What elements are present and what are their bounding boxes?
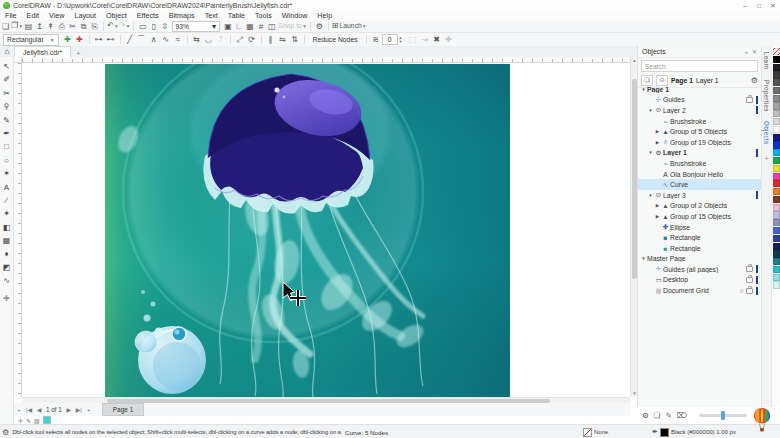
objects-tree-row[interactable]: ▼⊙Layer 1 <box>638 148 761 159</box>
options-button[interactable]: ⚙ <box>314 21 325 32</box>
lock-icon[interactable] <box>746 266 753 272</box>
eyedropper-tool[interactable]: ⬧ <box>0 247 13 260</box>
jellyfish-artwork[interactable] <box>105 64 510 397</box>
palette-swatch[interactable] <box>773 235 780 242</box>
caret-right-icon[interactable]: ▶ <box>654 214 661 219</box>
interactive-effects-tool[interactable]: ✦ <box>0 207 13 220</box>
caret-down-icon[interactable]: ▼ <box>647 108 654 113</box>
smooth-node-button[interactable]: ∿ <box>160 35 172 44</box>
text-tool[interactable]: A <box>0 181 13 194</box>
caret-down-icon[interactable]: ▼ <box>640 256 647 261</box>
objects-tree-row[interactable]: ▭Desktop <box>638 275 761 286</box>
docker-tab-properties[interactable]: Properties <box>763 80 770 112</box>
home-icon[interactable]: ⌂ <box>0 47 14 57</box>
zoom-to-page-button[interactable]: ▭ <box>137 21 148 32</box>
vertical-ruler[interactable] <box>14 63 22 397</box>
cut-button[interactable]: ✂ <box>67 21 78 32</box>
objects-tree-row[interactable]: ▶⋔Group of 19 Objects <box>638 137 761 148</box>
minimize-button[interactable]: – <box>738 2 752 10</box>
align-nodes-button[interactable]: ∥ <box>265 35 277 44</box>
new-document-button[interactable]: ❏ <box>0 21 11 32</box>
lock-icon[interactable] <box>746 277 753 283</box>
menu-item-tools[interactable]: Tools <box>250 11 277 20</box>
menu-item-help[interactable]: Help <box>312 11 337 20</box>
shape-tool[interactable]: ✐ <box>0 73 13 86</box>
zoom-level-combobox[interactable]: 93%▼ <box>172 21 220 32</box>
lock-icon[interactable] <box>746 288 753 294</box>
palette-swatch[interactable] <box>773 134 780 141</box>
new-layer-button[interactable]: ❏ <box>654 411 661 420</box>
menu-item-bitmaps[interactable]: Bitmaps <box>164 11 200 20</box>
polygon-tool[interactable]: ✶ <box>0 167 13 180</box>
objects-tree-row[interactable]: ▼Page 1 <box>638 84 761 95</box>
palette-swatch[interactable] <box>773 204 780 211</box>
palette-swatch[interactable] <box>773 95 780 102</box>
convert-to-curve-button[interactable]: ⌒ <box>136 34 148 45</box>
objects-tree-row[interactable]: ≈Brushstroke <box>638 116 761 127</box>
symmetrical-node-button[interactable]: ≈ <box>172 35 184 44</box>
add-page-button-right[interactable]: + <box>84 407 94 413</box>
copy-button[interactable]: ⧉ <box>78 21 89 32</box>
vertical-scrollbar[interactable]: ▲ ▼ <box>630 57 637 397</box>
selection-mode-combobox[interactable]: Rectangular▼ <box>3 34 59 46</box>
zoom-slider-thumb[interactable] <box>721 411 725 420</box>
document-tab[interactable]: Jellyfish.cdr* <box>14 46 71 57</box>
add-page-button[interactable]: + <box>14 407 24 413</box>
reverse-direction-button[interactable]: ⇆ <box>191 35 203 44</box>
palette-swatch[interactable] <box>773 102 780 109</box>
reduce-nodes-button[interactable]: Reduce Nodes <box>308 34 363 46</box>
bezier-handles-button[interactable]: ✖ <box>431 35 443 44</box>
menu-item-object[interactable]: Object <box>101 11 132 20</box>
palette-swatch[interactable] <box>773 110 780 117</box>
break-curve-button[interactable]: ⊷ <box>105 35 117 44</box>
objects-tree-row[interactable]: ▶▲Group of 5 Objects <box>638 126 761 137</box>
menu-item-effects[interactable]: Effects <box>132 11 164 20</box>
caret-down-icon[interactable]: ▼ <box>647 150 654 155</box>
full-screen-preview-button[interactable]: ▣ <box>222 21 233 32</box>
objects-tree-row[interactable]: ✛Guides (all pages) <box>638 264 761 275</box>
smoothness-stepper[interactable]: ▲▼ <box>399 36 403 44</box>
palette-swatch[interactable] <box>773 141 780 148</box>
delete-nodes-button[interactable]: ✚ <box>74 35 86 44</box>
caret-down-icon[interactable]: ▼ <box>640 87 647 92</box>
palette-swatch[interactable] <box>773 118 780 125</box>
drawing-canvas[interactable] <box>22 63 630 397</box>
palette-swatch[interactable] <box>773 87 780 94</box>
palette-swatch[interactable] <box>773 71 780 78</box>
palette-swatch[interactable] <box>773 281 780 288</box>
palette-swatch[interactable] <box>773 173 780 180</box>
docker-tab-objects[interactable]: Objects <box>763 121 770 144</box>
palette-swatch[interactable] <box>773 157 780 164</box>
rotate-skew-nodes-button[interactable]: ⟳ <box>246 35 258 44</box>
import-button[interactable]: ↥ <box>34 21 45 32</box>
palette-swatch[interactable] <box>773 266 780 273</box>
delete-button[interactable]: ⌦ <box>677 411 688 420</box>
pick-tool[interactable]: ↖ <box>0 60 13 73</box>
menu-item-file[interactable]: File <box>0 11 22 20</box>
connector-tool[interactable]: ∕ <box>0 194 13 207</box>
edit-layer-button[interactable]: ✎ <box>665 411 671 420</box>
objects-tree-row[interactable]: ■Rectangle <box>638 243 761 254</box>
launch-button[interactable]: ⊞Launch▼ <box>332 20 367 32</box>
crop-tool[interactable]: ✂ <box>0 87 13 100</box>
previous-page-button[interactable]: ◀ <box>34 406 44 413</box>
show-grid-button[interactable]: ▦ <box>244 21 255 32</box>
close-curve-button[interactable]: ◡ <box>203 35 215 44</box>
palette-swatch[interactable] <box>773 250 780 257</box>
paste-button[interactable]: ⎘ <box>89 21 100 32</box>
palette-swatch[interactable] <box>773 165 780 172</box>
docker-tab-learn[interactable]: Learn <box>763 52 770 70</box>
objects-tree-row[interactable]: AOla Bonjour Hello <box>638 169 761 180</box>
search-input[interactable]: Search <box>641 60 758 72</box>
caret-down-icon[interactable]: ▼ <box>647 193 654 198</box>
palette-swatch[interactable] <box>773 188 780 195</box>
close-button[interactable]: ✕ <box>766 2 780 10</box>
ellipse-tool[interactable]: ○ <box>0 154 13 167</box>
objects-tree-row[interactable]: ▶▲Group of 2 Objects <box>638 201 761 212</box>
palette-swatch[interactable] <box>773 126 780 133</box>
palette-swatch[interactable] <box>773 211 780 218</box>
caret-right-icon[interactable]: ▶ <box>654 129 661 134</box>
undo-button[interactable]: ↶▼ <box>107 20 119 32</box>
status-options-gear-icon[interactable]: ⚙ <box>2 428 9 437</box>
transparency-tool[interactable]: ◧ <box>0 221 13 234</box>
